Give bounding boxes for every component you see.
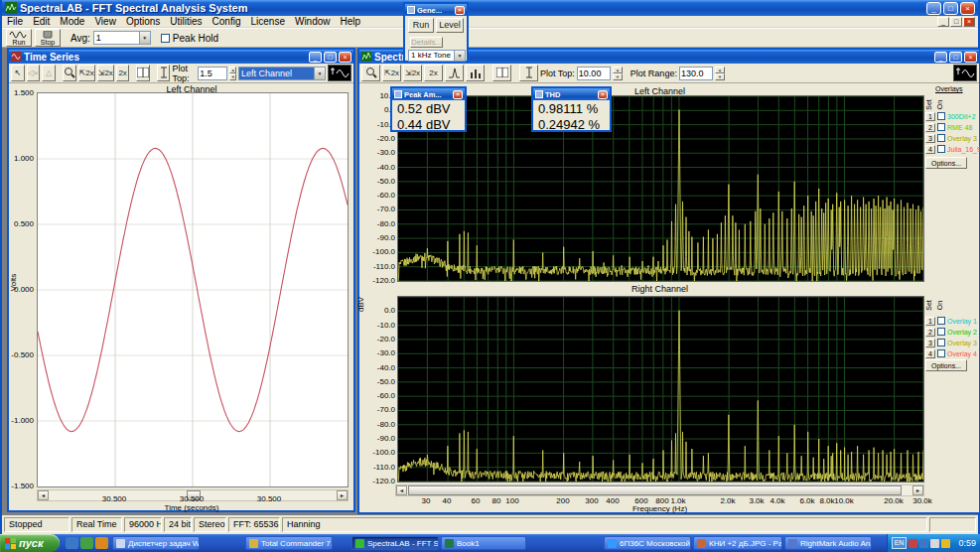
overlay-set-button[interactable]: 1 [925, 112, 935, 121]
task-button-5[interactable]: КНИ +2 дБ.JPG - Paint [693, 536, 782, 550]
menu-window[interactable]: Window [290, 16, 336, 28]
line-plot-mode-button[interactable] [445, 65, 464, 81]
ts-maximize-button[interactable]: □ [324, 52, 337, 63]
close-button[interactable]: × [960, 2, 975, 15]
menu-config[interactable]: Config [208, 16, 246, 28]
scroll-left-icon[interactable]: ◄ [396, 485, 407, 495]
task-button-2[interactable]: SpectraLAB - FFT Spe... [351, 536, 439, 550]
mdi-close-button[interactable]: × [963, 17, 975, 27]
bar-plot-mode-button[interactable] [466, 65, 485, 81]
quick-launch-icon-3[interactable] [95, 537, 108, 549]
overlay-on-checkbox[interactable] [937, 339, 945, 346]
overlay-on-checkbox[interactable] [937, 123, 945, 131]
spinner-up-icon[interactable]: ▲ [229, 67, 236, 73]
overlay-set-button[interactable]: 3 [925, 339, 935, 347]
tray-icon-3[interactable] [930, 539, 939, 548]
run-button[interactable]: Run [6, 29, 32, 47]
ts-channel-combo[interactable]: Left Channel▼ [238, 67, 326, 80]
mdi-restore-button[interactable]: □ [950, 17, 962, 27]
thd-close-icon[interactable]: × [598, 90, 608, 99]
scroll-right-icon[interactable]: ► [912, 485, 923, 495]
overlay-on-checkbox[interactable] [937, 349, 945, 357]
ts-close-button[interactable]: × [339, 52, 351, 63]
avg-combo[interactable]: 1▼ [93, 31, 151, 45]
task-button-3[interactable]: Book1 [441, 536, 526, 550]
minimize-button[interactable]: _ [926, 2, 941, 15]
mute-button[interactable]: ◁× [27, 65, 41, 81]
overlay-on-checkbox[interactable] [937, 134, 945, 142]
spinner-down-icon[interactable]: ▼ [613, 73, 623, 80]
time-series-titlebar[interactable]: Time Series _□× [9, 50, 353, 64]
trigger-button[interactable]: △ [42, 65, 56, 81]
sp-minimize-button[interactable]: _ [934, 52, 947, 63]
overlay-on-checkbox[interactable] [937, 328, 945, 336]
peak-close-icon[interactable]: × [453, 90, 463, 99]
chevron-down-icon[interactable]: ▼ [314, 68, 325, 79]
start-button[interactable]: пуск [0, 534, 60, 552]
tray-icon-1[interactable] [909, 539, 917, 548]
generator-run-button[interactable]: Run [408, 18, 434, 33]
zoom-continuous-button[interactable]: 2x [116, 65, 130, 81]
sp-plot-top-spinner[interactable]: ▲▼ [613, 67, 623, 80]
sp-scrollbar[interactable]: ◄ ► [395, 484, 924, 496]
sp-scroll-thumb[interactable] [408, 485, 902, 495]
left-channel-spectrum-plot[interactable] [397, 95, 924, 282]
zoom-out-2x-button[interactable]: ⇲2x [97, 65, 114, 81]
right-channel-spectrum-plot[interactable] [397, 296, 924, 483]
zoom-button[interactable] [63, 65, 76, 81]
overlays-options-button[interactable]: Options... [925, 359, 967, 371]
cursor-select-button[interactable]: ↖ [11, 65, 25, 81]
security-shield-icon[interactable] [941, 539, 950, 548]
ts-minimize-button[interactable]: _ [309, 52, 322, 63]
menu-utilities[interactable]: Utilities [165, 16, 207, 28]
signal-routing-icon[interactable] [953, 65, 977, 81]
overlays-options-button[interactable]: Options... [925, 157, 967, 169]
overlay-on-checkbox[interactable] [937, 112, 945, 120]
generator-signal-combo[interactable]: 1 kHz Tone▼ [408, 50, 466, 62]
menu-options[interactable]: Options [121, 16, 165, 28]
scroll-right-icon[interactable]: ► [337, 490, 348, 500]
stop-button[interactable]: Stop [35, 29, 61, 47]
sp-zoom-continuous-button[interactable]: 2x [424, 65, 443, 81]
ts-plot-top-input[interactable] [198, 67, 227, 80]
task-button-4[interactable]: 6П36С Московской п... [604, 536, 691, 550]
overlay-set-button[interactable]: 2 [925, 328, 935, 337]
menu-mode[interactable]: Mode [55, 16, 89, 28]
menu-edit[interactable]: Edit [28, 16, 55, 28]
chevron-down-icon[interactable]: ▼ [139, 32, 150, 44]
task-button-1[interactable]: Total Commander 7.5... [245, 536, 333, 550]
task-button-6[interactable]: RightMark Audio Anal... [784, 536, 872, 550]
generator-close-icon[interactable]: × [455, 6, 465, 15]
signal-routing-icon[interactable] [328, 65, 351, 81]
ts-plot-top-spinner[interactable]: ▲▼ [229, 67, 236, 80]
sp-close-button[interactable]: × [964, 52, 977, 63]
overlay-set-button[interactable]: 3 [925, 134, 935, 143]
maximize-button[interactable]: □ [943, 2, 958, 15]
language-indicator[interactable]: EN [892, 537, 907, 549]
spinner-down-icon[interactable]: ▼ [229, 73, 236, 80]
pane-layout-button[interactable] [136, 65, 150, 81]
menu-help[interactable]: Help [336, 16, 366, 28]
tray-icon-2[interactable] [919, 539, 928, 548]
overlay-set-button[interactable]: 1 [925, 317, 935, 326]
time-series-plot[interactable] [37, 92, 349, 487]
mdi-minimize-button[interactable]: _ [937, 17, 949, 27]
overlay-set-button[interactable]: 4 [925, 145, 935, 154]
menu-file[interactable]: File [2, 16, 28, 28]
sp-plot-range-input[interactable] [679, 67, 713, 80]
task-button-0[interactable]: Диспетчер задач Wi... [112, 536, 200, 550]
chevron-down-icon[interactable]: ▼ [454, 51, 465, 61]
spinner-up-icon[interactable]: ▲ [613, 67, 623, 73]
overlay-on-checkbox[interactable] [937, 145, 945, 153]
generator-titlebar[interactable]: Gene...× [405, 4, 467, 16]
generator-level-button[interactable]: Level [436, 18, 464, 33]
ts-scroll-thumb[interactable] [187, 490, 201, 500]
main-titlebar[interactable]: SpectraLAB - FFT Spectral Analysis Syste… [2, 0, 978, 16]
overlay-set-button[interactable]: 2 [925, 123, 935, 132]
sp-plot-top-input[interactable] [577, 67, 611, 80]
clock[interactable]: 0:59 [958, 538, 976, 548]
spinner-up-icon[interactable]: ▲ [715, 67, 725, 73]
overlay-on-checkbox[interactable] [937, 317, 945, 325]
sp-maximize-button[interactable]: □ [949, 52, 962, 63]
zoom-cursor-2x-button[interactable]: ⇱2x [78, 65, 95, 81]
